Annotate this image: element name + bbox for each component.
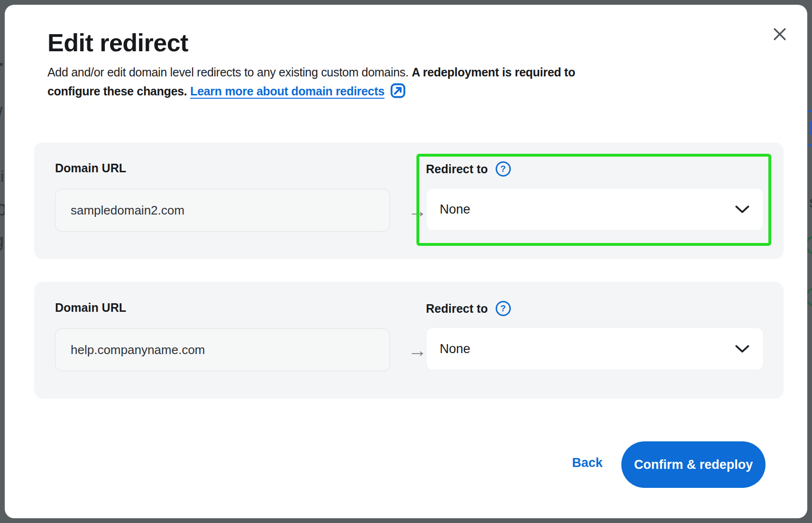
redirect-to-select[interactable]: None bbox=[426, 188, 764, 231]
dialog-description: Add and/or edit domain level redirects t… bbox=[47, 63, 598, 101]
background-fragment: r bbox=[0, 53, 3, 82]
learn-more-link[interactable]: Learn more about domain redirects bbox=[190, 84, 406, 98]
close-button[interactable] bbox=[769, 24, 790, 45]
confirm-redeploy-button[interactable]: Confirm & redeploy bbox=[621, 441, 766, 488]
dialog-title: Edit redirect bbox=[47, 28, 188, 57]
redirect-to-label-row: Redirect to ? bbox=[426, 161, 511, 177]
help-icon[interactable]: ? bbox=[496, 301, 511, 316]
redirect-row: Domain URL → Redirect to ? None bbox=[34, 142, 784, 259]
domain-url-label: Domain URL bbox=[55, 161, 126, 175]
background-fragment bbox=[807, 144, 812, 146]
redirect-to-group-highlighted: Redirect to ? None bbox=[416, 154, 771, 246]
background-fragment bbox=[807, 110, 812, 112]
redirect-to-select[interactable]: None bbox=[426, 327, 764, 370]
screen: r w ai b g M ss Edit redirect Add and/or… bbox=[0, 0, 812, 523]
background-fragment: M bbox=[809, 117, 812, 140]
edit-redirect-dialog: Edit redirect Add and/or edit domain lev… bbox=[5, 5, 807, 518]
domain-url-label: Domain URL bbox=[55, 301, 126, 315]
chevron-down-icon bbox=[735, 345, 750, 354]
external-link-icon bbox=[389, 82, 406, 99]
select-value: None bbox=[440, 202, 471, 217]
select-value: None bbox=[440, 342, 471, 356]
chevron-down-icon bbox=[735, 205, 750, 214]
redirect-to-group: Redirect to ? None bbox=[416, 293, 771, 385]
background-fragment: w bbox=[0, 101, 2, 121]
help-icon[interactable]: ? bbox=[496, 161, 511, 177]
redirect-to-label: Redirect to bbox=[426, 302, 488, 316]
background-fragment: ai bbox=[0, 167, 4, 186]
learn-more-label: Learn more about domain redirects bbox=[190, 84, 385, 98]
close-icon bbox=[771, 26, 788, 43]
domain-url-input[interactable] bbox=[55, 189, 390, 232]
redirect-to-label-row: Redirect to ? bbox=[426, 301, 511, 316]
description-text: Add and/or edit domain level redirects t… bbox=[47, 65, 412, 79]
domain-url-input[interactable] bbox=[55, 328, 390, 371]
redirect-row: Domain URL → Redirect to ? None bbox=[34, 282, 784, 399]
background-fragment: ss bbox=[809, 193, 812, 211]
back-button[interactable]: Back bbox=[572, 456, 603, 470]
background-fragment: g bbox=[0, 231, 4, 251]
redirect-to-label: Redirect to bbox=[426, 162, 488, 176]
